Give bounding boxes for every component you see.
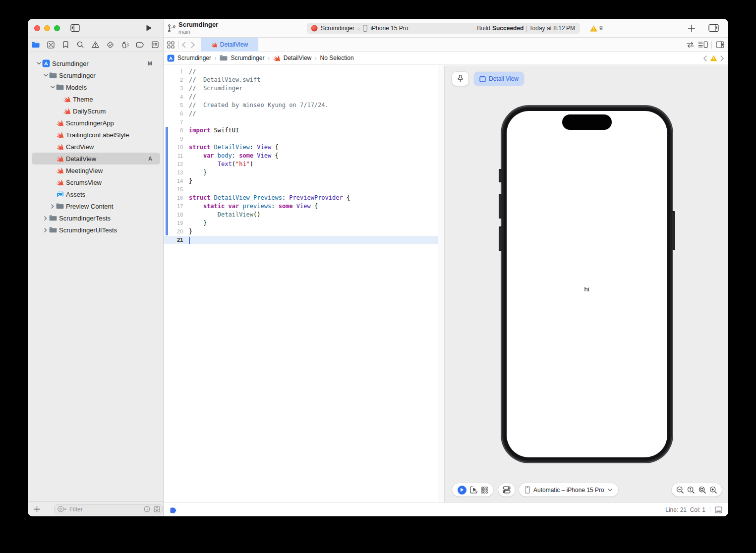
line-col-indicator[interactable]: Line: 21 Col: 1 xyxy=(665,506,705,513)
code-line-5[interactable]: 5// Created by minseo Kyung on 7/17/24. xyxy=(164,101,438,110)
tree-row-meetingview[interactable]: MeetingView xyxy=(32,165,160,176)
editor-scrollbar[interactable] xyxy=(438,65,445,502)
scheme-activity-view[interactable]: Scrumdinger › iPhone 15 Pro Build Succee… xyxy=(307,23,580,34)
report-navigator-tab[interactable] xyxy=(151,41,159,49)
bookmark-navigator-tab[interactable] xyxy=(61,41,69,49)
code-line-11[interactable]: 11 var body: some View { xyxy=(164,152,438,160)
source-editor[interactable]: 1//2// DetailView.swift3// Scrumdinger4/… xyxy=(164,65,438,502)
go-back-icon[interactable] xyxy=(181,38,186,52)
toggle-left-sidebar-icon[interactable] xyxy=(70,24,80,32)
tree-row-scrumdingeruitests[interactable]: ScrumdingerUITests xyxy=(32,224,160,236)
tree-row-assets[interactable]: Assets xyxy=(32,188,160,200)
minimize-window-button[interactable] xyxy=(44,25,50,31)
debug-area-toggle[interactable] xyxy=(715,506,722,513)
project-icon xyxy=(42,59,50,67)
selectable-mode-button[interactable] xyxy=(470,486,477,494)
issue-navigator-tab[interactable] xyxy=(92,41,100,49)
filter-field[interactable]: Filter xyxy=(54,504,163,514)
code-line-7[interactable]: 7 xyxy=(164,118,438,126)
code-line-1[interactable]: 1// xyxy=(164,67,438,76)
project-navigator-tab[interactable] xyxy=(32,41,40,49)
tree-row-cardview[interactable]: CardView xyxy=(32,141,160,153)
code-line-10[interactable]: 10struct DetailView: View { xyxy=(164,143,438,152)
code-line-2[interactable]: 2// DetailView.swift xyxy=(164,76,438,84)
tree-row-scrumdingertests[interactable]: ScrumdingerTests xyxy=(32,212,160,224)
tree-row-trailingiconlabelstyle[interactable]: TrailingIconLabelStyle xyxy=(32,129,160,141)
zoom-fit-button[interactable] xyxy=(698,486,706,494)
breadcrumb-project[interactable]: Scrumdinger xyxy=(177,55,211,61)
breadcrumb-selection[interactable]: No Selection xyxy=(320,55,354,61)
device-settings-control[interactable] xyxy=(498,483,515,497)
tree-row-scrumdinger[interactable]: ScrumdingerM xyxy=(32,57,160,69)
code-line-4[interactable]: 4// xyxy=(164,93,438,101)
test-navigator-tab[interactable] xyxy=(107,41,115,49)
disclosure-open-icon[interactable] xyxy=(35,62,42,65)
jump-bar-warning-icon[interactable] xyxy=(710,55,717,61)
disclosure-open-icon[interactable] xyxy=(49,86,56,89)
tree-row-scrumsview[interactable]: ScrumsView xyxy=(32,176,160,188)
preview-device-menu[interactable]: Automatic – iPhone 15 Pro xyxy=(519,483,618,497)
tab-detailview[interactable]: DetailView xyxy=(201,38,258,52)
build-status[interactable]: Build Succeeded | Today at 8:12 PM xyxy=(477,25,575,32)
disclosure-closed-icon[interactable] xyxy=(42,228,49,232)
debug-navigator-tab[interactable] xyxy=(121,41,129,49)
run-button[interactable] xyxy=(146,24,152,32)
preview-screen[interactable]: hi xyxy=(507,111,667,457)
breadcrumb-chevron-1: › xyxy=(215,55,216,61)
code-line-6[interactable]: 6// xyxy=(164,110,438,118)
tree-row-models[interactable]: Models xyxy=(32,81,160,93)
code-line-16[interactable]: 16struct DetailView_Previews: PreviewPro… xyxy=(164,194,438,202)
zoom-100-button[interactable] xyxy=(687,486,695,494)
toggle-right-sidebar-icon[interactable] xyxy=(708,24,719,32)
find-navigator-tab[interactable] xyxy=(76,41,84,49)
disclosure-open-icon[interactable] xyxy=(42,74,49,77)
next-issue-icon[interactable] xyxy=(720,55,724,61)
recent-files-clock-icon[interactable] xyxy=(144,506,150,512)
source-control-status-icon[interactable] xyxy=(154,506,160,512)
code-line-8[interactable]: 8import SwiftUI xyxy=(164,126,438,135)
add-editor-icon[interactable] xyxy=(716,38,724,52)
library-plus-button[interactable] xyxy=(688,24,696,32)
code-line-12[interactable]: 12 Text("hi") xyxy=(164,160,438,168)
add-item-button[interactable] xyxy=(34,506,40,512)
breadcrumb-file[interactable]: DetailView xyxy=(284,55,311,61)
run-destination[interactable]: iPhone 15 Pro xyxy=(370,25,408,32)
zoom-window-button[interactable] xyxy=(54,25,60,31)
source-control-navigator-tab[interactable] xyxy=(47,41,55,49)
close-window-button[interactable] xyxy=(34,25,40,31)
previous-issue-icon[interactable] xyxy=(703,55,707,61)
code-line-21[interactable]: 21 xyxy=(164,236,438,244)
related-items-icon[interactable] xyxy=(167,38,174,52)
code-line-20[interactable]: 20} xyxy=(164,227,438,236)
disclosure-closed-icon[interactable] xyxy=(49,204,56,209)
pin-preview-button[interactable] xyxy=(452,72,468,86)
breakpoint-navigator-tab[interactable] xyxy=(136,41,144,49)
breakpoints-toggle[interactable] xyxy=(170,507,176,513)
code-line-3[interactable]: 3// Scrumdinger xyxy=(164,84,438,93)
tree-row-theme[interactable]: Theme xyxy=(32,93,160,105)
disclosure-closed-icon[interactable] xyxy=(42,216,49,221)
tree-row-detailview[interactable]: DetailViewA xyxy=(32,153,160,165)
tree-row-scrumdinger[interactable]: Scrumdinger xyxy=(32,69,160,81)
tree-row-dailyscrum[interactable]: DailyScrum xyxy=(32,105,160,117)
code-line-13[interactable]: 13 } xyxy=(164,168,438,177)
editor-options-icon[interactable] xyxy=(698,38,708,52)
code-line-19[interactable]: 19 } xyxy=(164,219,438,227)
variants-mode-button[interactable] xyxy=(481,487,488,494)
warning-count-badge[interactable]: 9 xyxy=(590,25,603,32)
scheme-name[interactable]: Scrumdinger xyxy=(321,25,354,32)
go-forward-icon[interactable] xyxy=(191,38,195,52)
code-line-18[interactable]: 18 DetailView() xyxy=(164,211,438,219)
live-preview-button[interactable] xyxy=(458,486,466,495)
tree-row-scrumdingerapp[interactable]: ScrumdingerApp xyxy=(32,117,160,129)
code-line-17[interactable]: 17 static var previews: some View { xyxy=(164,202,438,211)
zoom-in-button[interactable] xyxy=(709,486,717,494)
swap-editor-icon[interactable] xyxy=(687,38,694,52)
code-line-15[interactable]: 15 xyxy=(164,185,438,194)
tree-row-preview-content[interactable]: Preview Content xyxy=(32,200,160,212)
code-line-9[interactable]: 9 xyxy=(164,135,438,143)
zoom-out-button[interactable] xyxy=(676,486,684,494)
breadcrumb-group[interactable]: Scrumdinger xyxy=(231,55,264,61)
selected-view-button[interactable]: Detail View xyxy=(474,72,524,86)
code-line-14[interactable]: 14} xyxy=(164,177,438,185)
